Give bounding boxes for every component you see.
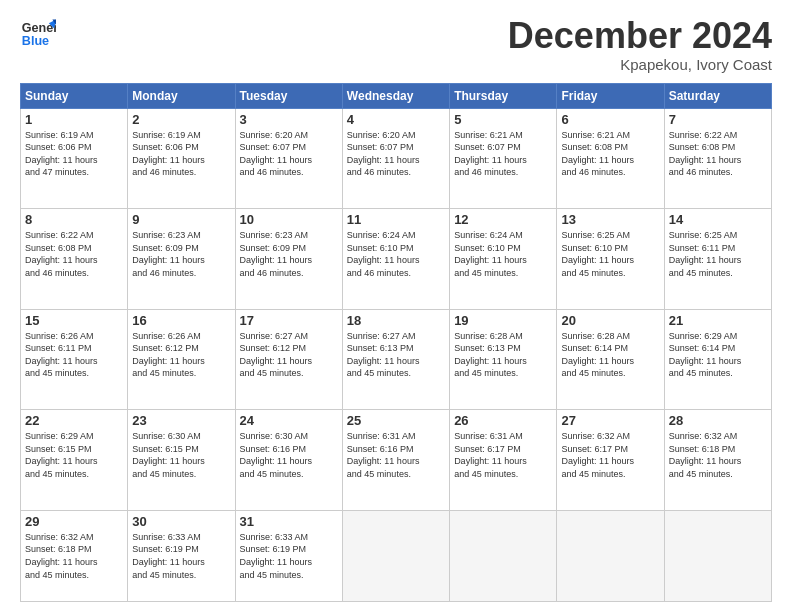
calendar-header-friday: Friday <box>557 83 664 108</box>
calendar-table: SundayMondayTuesdayWednesdayThursdayFrid… <box>20 83 772 602</box>
day-info: Sunrise: 6:20 AM Sunset: 6:07 PM Dayligh… <box>240 129 338 179</box>
day-number: 14 <box>669 212 767 227</box>
calendar-week-row: 22Sunrise: 6:29 AM Sunset: 6:15 PM Dayli… <box>21 410 772 511</box>
day-number: 30 <box>132 514 230 529</box>
day-info: Sunrise: 6:27 AM Sunset: 6:13 PM Dayligh… <box>347 330 445 380</box>
day-number: 8 <box>25 212 123 227</box>
day-info: Sunrise: 6:21 AM Sunset: 6:08 PM Dayligh… <box>561 129 659 179</box>
day-number: 11 <box>347 212 445 227</box>
calendar-day-cell: 14Sunrise: 6:25 AM Sunset: 6:11 PM Dayli… <box>664 209 771 310</box>
calendar-header-row: SundayMondayTuesdayWednesdayThursdayFrid… <box>21 83 772 108</box>
calendar-header-tuesday: Tuesday <box>235 83 342 108</box>
calendar-day-cell: 8Sunrise: 6:22 AM Sunset: 6:08 PM Daylig… <box>21 209 128 310</box>
day-number: 22 <box>25 413 123 428</box>
calendar-day-cell: 30Sunrise: 6:33 AM Sunset: 6:19 PM Dayli… <box>128 510 235 601</box>
day-number: 26 <box>454 413 552 428</box>
calendar-day-cell: 28Sunrise: 6:32 AM Sunset: 6:18 PM Dayli… <box>664 410 771 511</box>
day-info: Sunrise: 6:26 AM Sunset: 6:11 PM Dayligh… <box>25 330 123 380</box>
day-number: 24 <box>240 413 338 428</box>
calendar-day-cell: 27Sunrise: 6:32 AM Sunset: 6:17 PM Dayli… <box>557 410 664 511</box>
day-info: Sunrise: 6:19 AM Sunset: 6:06 PM Dayligh… <box>25 129 123 179</box>
calendar-day-cell <box>557 510 664 601</box>
day-number: 17 <box>240 313 338 328</box>
day-info: Sunrise: 6:24 AM Sunset: 6:10 PM Dayligh… <box>347 229 445 279</box>
calendar-week-row: 15Sunrise: 6:26 AM Sunset: 6:11 PM Dayli… <box>21 309 772 410</box>
day-info: Sunrise: 6:32 AM Sunset: 6:17 PM Dayligh… <box>561 430 659 480</box>
day-info: Sunrise: 6:25 AM Sunset: 6:11 PM Dayligh… <box>669 229 767 279</box>
day-number: 31 <box>240 514 338 529</box>
day-number: 28 <box>669 413 767 428</box>
calendar-day-cell: 9Sunrise: 6:23 AM Sunset: 6:09 PM Daylig… <box>128 209 235 310</box>
day-number: 23 <box>132 413 230 428</box>
calendar-day-cell: 19Sunrise: 6:28 AM Sunset: 6:13 PM Dayli… <box>450 309 557 410</box>
day-number: 10 <box>240 212 338 227</box>
day-number: 16 <box>132 313 230 328</box>
day-number: 2 <box>132 112 230 127</box>
calendar-day-cell: 22Sunrise: 6:29 AM Sunset: 6:15 PM Dayli… <box>21 410 128 511</box>
calendar-header-monday: Monday <box>128 83 235 108</box>
calendar-day-cell: 4Sunrise: 6:20 AM Sunset: 6:07 PM Daylig… <box>342 108 449 209</box>
day-info: Sunrise: 6:29 AM Sunset: 6:15 PM Dayligh… <box>25 430 123 480</box>
calendar-day-cell: 7Sunrise: 6:22 AM Sunset: 6:08 PM Daylig… <box>664 108 771 209</box>
day-number: 9 <box>132 212 230 227</box>
calendar-day-cell: 17Sunrise: 6:27 AM Sunset: 6:12 PM Dayli… <box>235 309 342 410</box>
day-info: Sunrise: 6:23 AM Sunset: 6:09 PM Dayligh… <box>132 229 230 279</box>
day-number: 21 <box>669 313 767 328</box>
day-info: Sunrise: 6:27 AM Sunset: 6:12 PM Dayligh… <box>240 330 338 380</box>
calendar-day-cell: 1Sunrise: 6:19 AM Sunset: 6:06 PM Daylig… <box>21 108 128 209</box>
day-number: 18 <box>347 313 445 328</box>
day-number: 20 <box>561 313 659 328</box>
day-number: 3 <box>240 112 338 127</box>
day-info: Sunrise: 6:31 AM Sunset: 6:17 PM Dayligh… <box>454 430 552 480</box>
day-info: Sunrise: 6:25 AM Sunset: 6:10 PM Dayligh… <box>561 229 659 279</box>
svg-text:Blue: Blue <box>22 34 49 48</box>
day-info: Sunrise: 6:32 AM Sunset: 6:18 PM Dayligh… <box>25 531 123 581</box>
calendar-day-cell: 5Sunrise: 6:21 AM Sunset: 6:07 PM Daylig… <box>450 108 557 209</box>
day-number: 7 <box>669 112 767 127</box>
calendar-day-cell: 21Sunrise: 6:29 AM Sunset: 6:14 PM Dayli… <box>664 309 771 410</box>
calendar-day-cell <box>450 510 557 601</box>
day-info: Sunrise: 6:32 AM Sunset: 6:18 PM Dayligh… <box>669 430 767 480</box>
day-info: Sunrise: 6:24 AM Sunset: 6:10 PM Dayligh… <box>454 229 552 279</box>
month-title: December 2024 <box>508 16 772 56</box>
calendar-day-cell: 15Sunrise: 6:26 AM Sunset: 6:11 PM Dayli… <box>21 309 128 410</box>
day-info: Sunrise: 6:20 AM Sunset: 6:07 PM Dayligh… <box>347 129 445 179</box>
calendar-day-cell: 16Sunrise: 6:26 AM Sunset: 6:12 PM Dayli… <box>128 309 235 410</box>
calendar-week-row: 8Sunrise: 6:22 AM Sunset: 6:08 PM Daylig… <box>21 209 772 310</box>
calendar-week-row: 29Sunrise: 6:32 AM Sunset: 6:18 PM Dayli… <box>21 510 772 601</box>
calendar-day-cell: 24Sunrise: 6:30 AM Sunset: 6:16 PM Dayli… <box>235 410 342 511</box>
calendar-header-thursday: Thursday <box>450 83 557 108</box>
calendar-day-cell: 18Sunrise: 6:27 AM Sunset: 6:13 PM Dayli… <box>342 309 449 410</box>
calendar-day-cell: 25Sunrise: 6:31 AM Sunset: 6:16 PM Dayli… <box>342 410 449 511</box>
logo: General Blue <box>20 16 60 52</box>
day-number: 6 <box>561 112 659 127</box>
day-number: 15 <box>25 313 123 328</box>
calendar-header-saturday: Saturday <box>664 83 771 108</box>
calendar-header-wednesday: Wednesday <box>342 83 449 108</box>
calendar-day-cell: 12Sunrise: 6:24 AM Sunset: 6:10 PM Dayli… <box>450 209 557 310</box>
calendar-day-cell: 11Sunrise: 6:24 AM Sunset: 6:10 PM Dayli… <box>342 209 449 310</box>
logo-icon: General Blue <box>20 16 56 52</box>
day-number: 4 <box>347 112 445 127</box>
day-number: 29 <box>25 514 123 529</box>
day-number: 5 <box>454 112 552 127</box>
calendar-day-cell: 20Sunrise: 6:28 AM Sunset: 6:14 PM Dayli… <box>557 309 664 410</box>
calendar-day-cell: 13Sunrise: 6:25 AM Sunset: 6:10 PM Dayli… <box>557 209 664 310</box>
header: General Blue December 2024 Kpapekou, Ivo… <box>20 16 772 73</box>
day-info: Sunrise: 6:22 AM Sunset: 6:08 PM Dayligh… <box>669 129 767 179</box>
day-info: Sunrise: 6:26 AM Sunset: 6:12 PM Dayligh… <box>132 330 230 380</box>
calendar-week-row: 1Sunrise: 6:19 AM Sunset: 6:06 PM Daylig… <box>21 108 772 209</box>
day-info: Sunrise: 6:33 AM Sunset: 6:19 PM Dayligh… <box>240 531 338 581</box>
calendar-day-cell: 29Sunrise: 6:32 AM Sunset: 6:18 PM Dayli… <box>21 510 128 601</box>
day-number: 13 <box>561 212 659 227</box>
day-info: Sunrise: 6:31 AM Sunset: 6:16 PM Dayligh… <box>347 430 445 480</box>
day-info: Sunrise: 6:30 AM Sunset: 6:15 PM Dayligh… <box>132 430 230 480</box>
calendar-day-cell <box>664 510 771 601</box>
day-info: Sunrise: 6:30 AM Sunset: 6:16 PM Dayligh… <box>240 430 338 480</box>
day-info: Sunrise: 6:28 AM Sunset: 6:13 PM Dayligh… <box>454 330 552 380</box>
day-number: 25 <box>347 413 445 428</box>
page: General Blue December 2024 Kpapekou, Ivo… <box>0 0 792 612</box>
day-info: Sunrise: 6:22 AM Sunset: 6:08 PM Dayligh… <box>25 229 123 279</box>
title-block: December 2024 Kpapekou, Ivory Coast <box>508 16 772 73</box>
calendar-day-cell: 26Sunrise: 6:31 AM Sunset: 6:17 PM Dayli… <box>450 410 557 511</box>
